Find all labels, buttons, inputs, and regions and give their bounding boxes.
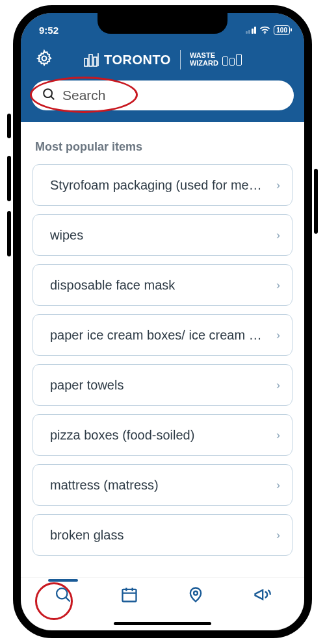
list-item[interactable]: disposable face mask › [32,264,292,306]
brand-app-line2: WIZARD [190,60,218,68]
list-item[interactable]: Styrofoam packaging (used for meat, take… [32,164,292,206]
volume-mute-button [7,114,11,138]
chevron-right-icon: › [276,428,280,442]
brand-logo: TORONTO WASTE WIZARD [83,50,242,69]
nav-calendar-tab[interactable] [112,586,147,604]
toronto-skyline-icon [83,52,100,68]
list-item[interactable]: mattress (matress) › [32,464,292,506]
app-header: TORONTO WASTE WIZARD [21,42,304,122]
svg-point-5 [44,89,52,97]
list-item[interactable]: paper ice cream boxes/ ice cream cartons… [32,314,292,356]
calendar-icon [120,586,138,604]
svg-rect-3 [89,55,92,66]
battery-icon: 100 [274,25,290,35]
megaphone-icon [253,586,271,604]
chevron-right-icon: › [276,229,280,242]
section-title: Most popular items [32,140,292,154]
search-icon [54,586,72,604]
brand-city-label: TORONTO [104,53,171,68]
nav-map-tab[interactable] [178,586,213,604]
power-button [314,169,318,234]
chevron-right-icon: › [276,478,280,492]
list-item-label: mattress (matress) [50,478,159,493]
chevron-right-icon: › [276,378,280,392]
search-input[interactable] [31,80,294,110]
wifi-icon [259,26,270,34]
list-item-label: paper ice cream boxes/ ice cream cartons [50,328,265,343]
main-content: Most popular items Styrofoam packaging (… [21,122,304,580]
list-item-label: Styrofoam packaging (used for meat, take… [50,178,265,193]
waste-bins-icon [222,54,242,66]
chevron-right-icon: › [276,179,280,192]
nav-announce-tab[interactable] [244,586,280,604]
cellular-signal-icon [246,27,257,34]
search-icon [42,87,56,104]
list-item-label: disposable face mask [50,278,175,293]
status-time: 9:52 [39,25,58,36]
svg-point-6 [57,588,67,599]
volume-down-button [7,211,11,256]
chevron-right-icon: › [276,328,280,342]
svg-point-1 [42,56,47,61]
chevron-right-icon: › [276,528,280,542]
list-item[interactable]: wipes › [32,214,292,256]
list-item[interactable]: broken glass › [32,514,292,556]
list-item[interactable]: paper towels › [32,364,292,406]
volume-up-button [7,156,11,201]
map-pin-icon [187,586,205,604]
list-item-label: pizza boxes (food-soiled) [50,428,194,443]
list-item-label: broken glass [50,528,124,543]
nav-search-tab[interactable] [46,586,81,604]
brand-divider [180,50,181,69]
svg-rect-4 [94,57,97,66]
phone-frame: 9:52 100 [13,5,312,638]
svg-rect-2 [84,58,88,66]
list-item[interactable]: pizza boxes (food-soiled) › [32,414,292,456]
settings-button[interactable] [35,49,53,70]
list-item-label: wipes [50,228,83,243]
chevron-right-icon: › [276,279,280,292]
list-item-label: paper towels [50,378,124,393]
svg-rect-7 [123,589,136,602]
svg-point-8 [194,591,198,595]
gear-icon [35,49,53,68]
home-indicator [114,622,211,625]
device-notch [98,13,228,34]
svg-point-0 [265,32,266,34]
